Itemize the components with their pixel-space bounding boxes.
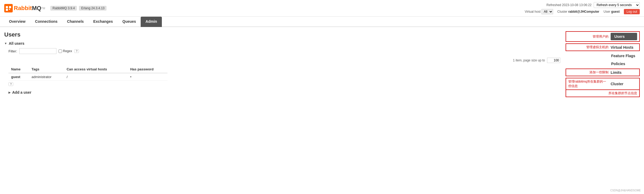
feature-flags-english: Feature Flags [611,54,638,58]
node-info-chinese: 所在集群的节点信息 [609,91,637,96]
meta-row: Virtual host All Cluster rabbit@JHComput… [525,9,640,14]
erlang-version-badge: Erlang 24.3.4.13 [79,6,106,11]
rabbitmq-logo-icon [4,4,13,12]
page-size-input[interactable] [547,58,560,63]
user-value: guest [611,10,620,13]
all-users-header[interactable]: ▼ All users [4,41,560,46]
users-table-body: guest administrator / • [8,73,167,81]
user-info: User guest [603,10,620,13]
virtual-host-label: Virtual host All [525,9,553,14]
top-bar: RabbitMQTM RabbitMQ 3.9.4 Erlang 24.3.4.… [0,0,644,17]
pagination-row: 1 item, page size up to [4,58,560,63]
nav-connections[interactable]: Connections [30,17,62,27]
users-chinese: 管理用户的 [593,34,609,39]
refresh-row: Refreshed 2023-10-08 13:06:22 Refresh ev… [525,2,640,8]
limits-chinese: 添加一些限制 [589,70,609,75]
virtual-hosts-chinese: 管理虚拟主机的 [586,45,609,49]
nav-overview[interactable]: Overview [4,17,30,27]
refreshed-label: Refreshed 2023-10-08 13:06:22 [547,3,592,7]
svg-rect-3 [6,9,8,11]
logo-tm: TM [41,7,45,10]
cell-virtual-hosts: / [64,73,127,81]
logo-rabbit: Rabbit [14,5,32,12]
right-panel-cluster[interactable]: 管理rabbitmq所在集群的一些信息 Cluster [566,78,640,90]
all-users-arrow: ▼ [4,42,7,45]
logo-mq: MQ [32,5,41,12]
filter-label: Filter: [8,49,17,53]
logo: RabbitMQTM [4,4,45,12]
right-panel-node-info[interactable]: 所在集群的节点信息 [566,90,640,97]
add-user-header[interactable]: ▶ Add a user [8,90,560,94]
virtual-host-select[interactable]: All [541,9,553,14]
user-link[interactable]: guest [11,75,20,79]
svg-rect-2 [9,6,11,8]
users-english: Users [611,33,637,40]
filter-input[interactable] [19,48,56,54]
right-panel-feature-flags[interactable]: Feature Flags [566,53,640,59]
virtual-hosts-english: Virtual Hosts [611,45,637,49]
top-right: Refreshed 2023-10-08 13:06:22 Refresh ev… [525,2,640,14]
table-row: guest administrator / • [8,73,167,81]
filter-help-button[interactable]: ? [74,49,79,53]
logout-button[interactable]: Log out [624,9,640,14]
nav-bar: Overview Connections Channels Exchanges … [0,17,644,27]
add-user-label: Add a user [12,90,31,94]
pagination-text: 1 item, page size up to [513,58,545,62]
cell-name: guest [8,73,29,81]
nav-channels[interactable]: Channels [62,17,88,27]
svg-rect-1 [6,6,8,8]
limits-english: Limits [611,70,637,75]
col-password: Has password [127,66,167,73]
right-panel: 管理用户的 Users 管理虚拟主机的 Virtual Hosts Featur… [566,31,640,99]
nav-queues[interactable]: Queues [118,17,141,27]
page-title: Users [4,31,560,38]
cluster-value: rabbit@JHComputer [568,10,599,13]
nav-admin[interactable]: Admin [141,17,162,27]
nav-exchanges[interactable]: Exchanges [88,17,118,27]
cell-password: • [127,73,167,81]
regex-label: Regex [63,49,72,53]
left-panel: Users ▼ All users Filter: Regex ? 1 item… [4,31,560,99]
rabbitmq-version-badge: RabbitMQ 3.9.4 [50,6,77,11]
cluster-chinese: 管理rabbitmq所在集群的一些信息 [568,79,609,88]
regex-checkbox[interactable] [59,49,62,53]
filter-row: Filter: Regex ? [8,48,560,54]
svg-rect-0 [4,4,13,12]
add-user-arrow: ▶ [8,91,11,94]
cluster-info: Cluster rabbit@JHComputer [557,10,599,13]
qmark-button[interactable]: ? [8,82,13,86]
cell-tags: administrator [29,73,64,81]
users-table-head: Name Tags Can access virtual hosts Has p… [8,66,167,73]
add-user-section: ▶ Add a user [8,90,560,94]
refresh-select[interactable]: Refresh every 5 seconds Refresh every 10… [594,2,640,8]
right-panel-users[interactable]: 管理用户的 Users [566,31,640,42]
users-table: Name Tags Can access virtual hosts Has p… [8,66,167,81]
col-virtual-hosts: Can access virtual hosts [64,66,127,73]
main-content: Users ▼ All users Filter: Regex ? 1 item… [0,27,644,103]
regex-checkbox-label[interactable]: Regex [59,49,72,53]
right-panel-virtual-hosts[interactable]: 管理虚拟主机的 Virtual Hosts [566,43,640,51]
cluster-english: Cluster [611,82,637,86]
all-users-label: All users [9,41,24,46]
col-tags: Tags [29,66,64,73]
policies-english: Policies [611,62,638,66]
right-panel-policies[interactable]: Policies [566,61,640,67]
svg-rect-4 [9,9,10,10]
right-panel-limits[interactable]: 添加一些限制 Limits [566,69,640,76]
table-header-row: Name Tags Can access virtual hosts Has p… [8,66,167,73]
version-badges: RabbitMQ 3.9.4 Erlang 24.3.4.13 [50,6,106,11]
col-name: Name [8,66,29,73]
